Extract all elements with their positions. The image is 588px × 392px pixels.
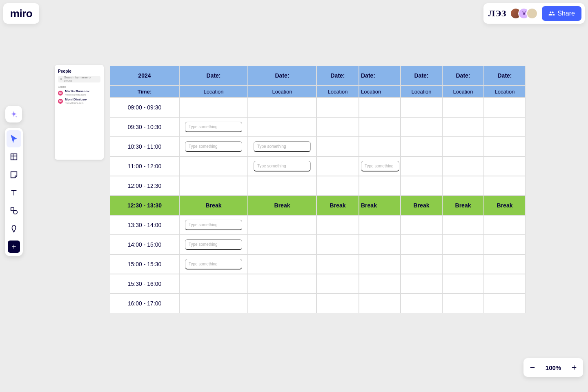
schedule-cell[interactable] (359, 254, 401, 274)
placeholder-input[interactable]: Type something (185, 141, 242, 152)
location-header[interactable]: Location (401, 85, 442, 98)
schedule-cell[interactable] (359, 176, 401, 196)
schedule-cell[interactable] (316, 176, 359, 196)
time-cell[interactable]: 10:30 - 11:00 (110, 137, 179, 156)
schedule-cell[interactable] (359, 137, 401, 156)
schedule-cell[interactable] (248, 294, 316, 313)
schedule-cell[interactable] (316, 215, 359, 235)
schedule-cell[interactable] (484, 156, 526, 176)
schedule-cell[interactable] (359, 294, 401, 313)
text-tool[interactable] (7, 184, 21, 201)
schedule-cell[interactable] (248, 274, 316, 294)
time-cell[interactable]: 14:00 - 15:00 (110, 235, 179, 254)
schedule-cell[interactable]: Type something (179, 254, 248, 274)
schedule-cell[interactable] (442, 235, 484, 254)
zoom-in-button[interactable] (570, 363, 578, 372)
location-header[interactable]: Location (442, 85, 484, 98)
frame-tool[interactable] (7, 148, 21, 165)
schedule-cell[interactable] (316, 235, 359, 254)
schedule-cell[interactable] (316, 117, 359, 137)
schedule-cell[interactable]: Type something (179, 215, 248, 235)
time-cell[interactable]: 15:00 - 15:30 (110, 254, 179, 274)
schedule-cell[interactable] (484, 176, 526, 196)
schedule-cell[interactable] (248, 235, 316, 254)
schedule-cell[interactable] (179, 156, 248, 176)
schedule-cell[interactable] (401, 294, 442, 313)
time-header[interactable]: Time: (110, 85, 179, 98)
schedule-cell[interactable] (442, 294, 484, 313)
schedule-cell[interactable] (359, 235, 401, 254)
schedule-cell[interactable] (442, 176, 484, 196)
more-tools-button[interactable] (8, 241, 20, 253)
location-header[interactable]: Location (359, 85, 401, 98)
date-header[interactable]: Date: (179, 66, 248, 85)
schedule-cell[interactable]: Type something (359, 156, 401, 176)
zoom-out-button[interactable] (528, 363, 537, 372)
date-header[interactable]: Date: (401, 66, 442, 85)
schedule-cell[interactable] (442, 215, 484, 235)
placeholder-input[interactable]: Type something (361, 161, 399, 172)
location-header[interactable]: Location (179, 85, 248, 98)
placeholder-input[interactable]: Type something (185, 259, 242, 270)
break-cell[interactable]: Break (179, 196, 248, 215)
schedule-cell[interactable] (179, 176, 248, 196)
schedule-cell[interactable] (401, 254, 442, 274)
schedule-cell[interactable]: Type something (248, 156, 316, 176)
schedule-cell[interactable] (442, 98, 484, 117)
date-header[interactable]: Date: (484, 66, 526, 85)
schedule-cell[interactable] (248, 98, 316, 117)
schedule-cell[interactable] (248, 117, 316, 137)
placeholder-input[interactable]: Type something (254, 161, 311, 172)
schedule-cell[interactable] (442, 156, 484, 176)
board-title[interactable]: ЛЭЗ (488, 8, 506, 19)
schedule-cell[interactable] (179, 98, 248, 117)
schedule-cell[interactable] (248, 254, 316, 274)
schedule-cell[interactable] (401, 117, 442, 137)
schedule-grid[interactable]: 2024Date:Date:Date:Date:Date:Date:Date:T… (110, 66, 526, 313)
date-header[interactable]: Date: (359, 66, 401, 85)
break-cell[interactable]: Break (442, 196, 484, 215)
break-cell[interactable]: Break (484, 196, 526, 215)
sticky-tool[interactable] (7, 166, 21, 183)
schedule-cell[interactable] (484, 137, 526, 156)
schedule-cell[interactable] (484, 294, 526, 313)
date-header[interactable]: Date: (316, 66, 359, 85)
schedule-cell[interactable] (316, 294, 359, 313)
schedule-cell[interactable] (484, 98, 526, 117)
schedule-cell[interactable]: Type something (248, 137, 316, 156)
time-cell[interactable]: 09:30 - 10:30 (110, 117, 179, 137)
schedule-cell[interactable] (359, 215, 401, 235)
location-header[interactable]: Location (484, 85, 526, 98)
schedule-cell[interactable] (316, 156, 359, 176)
time-cell[interactable]: 15:30 - 16:00 (110, 274, 179, 294)
location-header[interactable]: Location (316, 85, 359, 98)
location-header[interactable]: Location (248, 85, 316, 98)
shapes-tool[interactable] (7, 202, 21, 219)
year-cell[interactable]: 2024 (110, 66, 179, 85)
break-cell[interactable]: Break (359, 196, 401, 215)
break-cell[interactable]: Break (401, 196, 442, 215)
avatar[interactable] (526, 8, 538, 19)
schedule-cell[interactable] (401, 176, 442, 196)
time-cell[interactable]: 12:00 - 12:30 (110, 176, 179, 196)
time-cell[interactable]: 16:00 - 17:00 (110, 294, 179, 313)
placeholder-input[interactable]: Type something (185, 239, 242, 250)
placeholder-input[interactable]: Type something (185, 122, 242, 132)
schedule-cell[interactable] (316, 98, 359, 117)
pen-tool[interactable] (7, 220, 21, 237)
person-row[interactable]: M Martin Rusenov martin.r@miro.com (58, 90, 100, 96)
time-cell[interactable]: 13:30 - 14:00 (110, 215, 179, 235)
schedule-cell[interactable] (484, 274, 526, 294)
schedule-cell[interactable] (401, 98, 442, 117)
schedule-cell[interactable] (248, 176, 316, 196)
schedule-cell[interactable] (401, 137, 442, 156)
time-cell[interactable]: 12:30 - 13:30 (110, 196, 179, 215)
placeholder-input[interactable]: Type something (185, 220, 242, 230)
ai-tool-button[interactable] (5, 106, 22, 122)
schedule-cell[interactable]: Type something (179, 137, 248, 156)
schedule-cell[interactable] (442, 137, 484, 156)
schedule-cell[interactable]: Type something (179, 117, 248, 137)
schedule-cell[interactable] (316, 274, 359, 294)
people-search[interactable]: Search by name or email (58, 76, 100, 82)
time-cell[interactable]: 09:00 - 09:30 (110, 98, 179, 117)
